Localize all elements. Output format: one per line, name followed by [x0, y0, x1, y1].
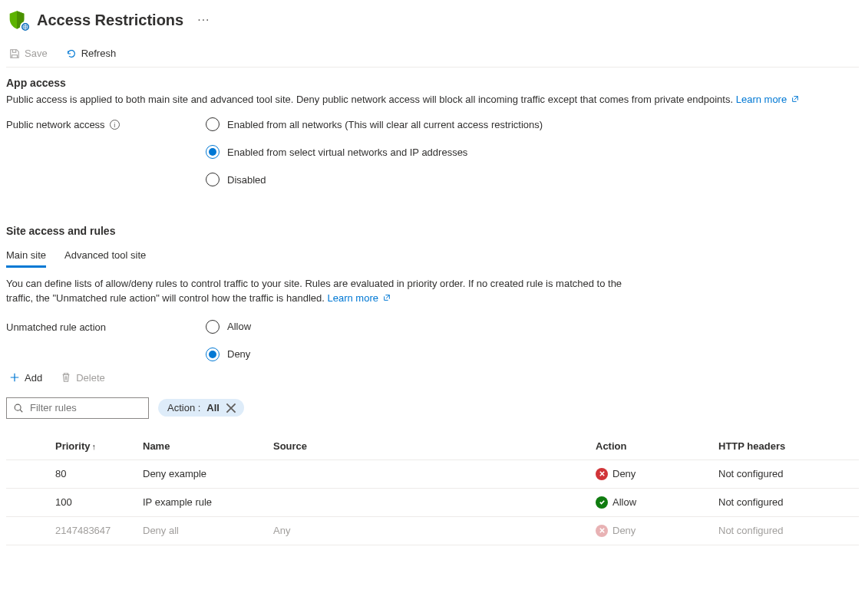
radio-enabled-select-networks[interactable]: Enabled from select virtual networks and…: [206, 145, 543, 159]
cell-name: Deny example: [137, 460, 267, 488]
unmatched-rule-radio-group: Allow Deny: [206, 320, 251, 361]
svg-point-2: [15, 404, 21, 410]
radio-unmatched-deny[interactable]: Deny: [206, 348, 251, 361]
external-link-icon: [383, 294, 391, 301]
cell-priority: 80: [6, 460, 137, 488]
sort-asc-icon: ↑: [92, 442, 97, 451]
table-row[interactable]: 100IP example ruleAllowNot configured: [6, 488, 859, 516]
radio-disabled[interactable]: Disabled: [206, 173, 543, 186]
external-link-icon: [791, 95, 799, 103]
filter-pill-remove[interactable]: [226, 403, 236, 413]
public-network-access-label: Public network access i: [6, 117, 206, 130]
refresh-button[interactable]: Refresh: [63, 46, 120, 61]
refresh-icon: [66, 48, 77, 59]
cell-priority: 2147483647: [6, 516, 137, 545]
allow-icon: [596, 496, 608, 509]
col-header-source[interactable]: Source: [267, 433, 589, 460]
deny-icon: [596, 525, 608, 537]
shield-icon: [6, 9, 28, 31]
cell-http-headers: Not configured: [712, 488, 859, 516]
site-access-description: You can define lists of allow/deny rules…: [6, 277, 651, 306]
delete-rule-button[interactable]: Delete: [58, 371, 108, 385]
globe-badge-icon: [20, 21, 31, 32]
table-row[interactable]: 80Deny exampleDenyNot configured: [6, 460, 859, 488]
radio-enabled-all-networks[interactable]: Enabled from all networks (This will cle…: [206, 117, 543, 131]
cell-http-headers: Not configured: [712, 460, 859, 488]
app-access-heading: App access: [6, 77, 859, 89]
info-icon[interactable]: i: [110, 120, 120, 130]
cell-action: Allow: [589, 488, 712, 516]
site-access-heading: Site access and rules: [6, 225, 859, 237]
trash-icon: [61, 372, 71, 383]
cell-http-headers: Not configured: [712, 516, 859, 545]
site-tabs: Main site Advanced tool site: [6, 245, 859, 268]
cell-priority: 100: [6, 488, 137, 516]
col-header-http[interactable]: HTTP headers: [712, 433, 859, 460]
filter-row: Action : All: [6, 397, 859, 419]
table-row[interactable]: 2147483647Deny allAnyDenyNot configured: [6, 516, 859, 545]
unmatched-rule-action-label: Unmatched rule action: [6, 320, 206, 333]
cell-action: Deny: [589, 460, 712, 488]
radio-unmatched-allow[interactable]: Allow: [206, 320, 251, 334]
unmatched-rule-action-field: Unmatched rule action Allow Deny: [6, 320, 859, 361]
app-access-description: Public access is applied to both main si…: [6, 94, 859, 105]
filter-rules-search[interactable]: [6, 397, 149, 419]
search-icon: [13, 403, 24, 413]
col-header-action[interactable]: Action: [589, 433, 712, 460]
rules-command-bar: Add Delete: [6, 361, 859, 393]
command-bar: Save Refresh: [6, 40, 859, 68]
add-rule-button[interactable]: Add: [6, 371, 45, 385]
page-title: Access Restrictions: [37, 12, 183, 29]
tab-advanced-tool-site[interactable]: Advanced tool site: [64, 245, 146, 268]
more-actions-button[interactable]: ···: [193, 13, 214, 27]
col-header-name[interactable]: Name: [137, 433, 267, 460]
rules-table: Priority↑ Name Source Action HTTP header…: [6, 433, 859, 545]
rules-table-header-row: Priority↑ Name Source Action HTTP header…: [6, 433, 859, 460]
cell-action: Deny: [589, 516, 712, 545]
svg-line-3: [20, 410, 22, 412]
page-header: Access Restrictions ···: [6, 6, 859, 40]
filter-rules-input[interactable]: [30, 402, 142, 413]
save-button-label: Save: [25, 48, 48, 59]
refresh-button-label: Refresh: [81, 48, 117, 59]
filter-pill-action[interactable]: Action : All: [158, 399, 244, 417]
plus-icon: [9, 372, 20, 383]
save-icon: [9, 48, 20, 59]
save-button[interactable]: Save: [6, 46, 51, 61]
cell-source: Any: [267, 516, 589, 545]
public-network-access-field: Public network access i Enabled from all…: [6, 117, 859, 186]
cell-source: [267, 488, 589, 516]
col-header-priority[interactable]: Priority↑: [6, 433, 137, 460]
tab-main-site[interactable]: Main site: [6, 245, 46, 268]
cell-source: [267, 460, 589, 488]
close-icon: [226, 403, 236, 413]
cell-name: Deny all: [137, 516, 267, 545]
app-access-learn-more-link[interactable]: Learn more: [736, 94, 799, 105]
site-access-learn-more-link[interactable]: Learn more: [327, 292, 390, 304]
cell-name: IP example rule: [137, 488, 267, 516]
public-network-access-radio-group: Enabled from all networks (This will cle…: [206, 117, 543, 186]
deny-icon: [596, 468, 608, 480]
